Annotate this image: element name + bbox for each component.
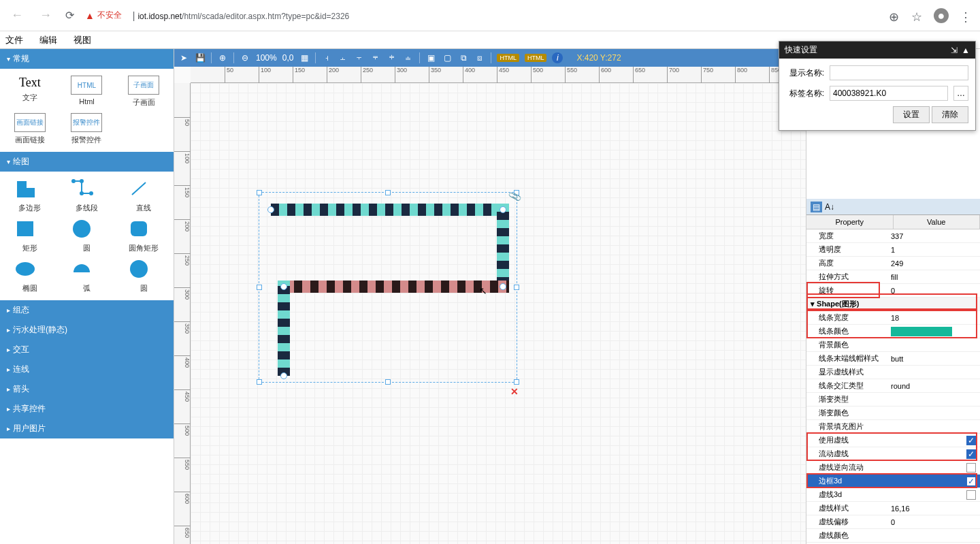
pointer-icon[interactable]: ➤ — [178, 52, 189, 63]
forward-button[interactable]: → — [37, 5, 54, 25]
node[interactable] — [500, 206, 506, 213]
accordion-interact[interactable]: 交互 — [0, 340, 174, 359]
svg-line-4 — [132, 182, 146, 195]
shape-arc[interactable]: 弧 — [60, 259, 114, 293]
menu-edit[interactable]: 编辑 — [39, 34, 57, 46]
align-middle-icon[interactable]: ⫩ — [387, 52, 397, 63]
prop-row[interactable]: 虚线颜色 — [806, 529, 980, 543]
accordion-shared[interactable]: 共享控件 — [0, 399, 174, 419]
menu-view[interactable]: 视图 — [74, 34, 91, 46]
html-badge2[interactable]: HTML — [525, 54, 547, 62]
ungroup-icon[interactable]: ⧇ — [474, 52, 485, 63]
tool-subscreen[interactable]: 子画面子画面 — [116, 76, 171, 108]
prop-row[interactable]: 高度249 — [806, 257, 980, 270]
shape-roundrect[interactable]: 圆角矩形 — [116, 219, 171, 253]
prop-row[interactable]: 虚线3d — [806, 488, 980, 502]
prop-row[interactable]: 虚线偏移0 — [806, 515, 980, 529]
quick-settings-panel[interactable]: 快速设置 ⇲▲ 显示名称: 标签名称: … 设置 清除 — [779, 41, 976, 131]
tool-text[interactable]: Text文字 — [3, 76, 57, 108]
svg-point-3 — [89, 191, 93, 195]
accordion-connect[interactable]: 连线 — [0, 359, 174, 379]
prop-row[interactable]: 虚线逆向流动 — [806, 461, 980, 475]
prop-row[interactable]: 拉伸方式fill — [806, 270, 980, 284]
prop-row[interactable]: 显示虚线样式 — [806, 366, 980, 379]
prop-row[interactable]: 线条交汇类型round — [806, 379, 980, 393]
shape-line[interactable]: 直线 — [116, 178, 171, 213]
prop-cat-icon[interactable]: ▤ — [811, 202, 822, 212]
align-bottom-icon[interactable]: ⫨ — [403, 52, 414, 63]
security-warning[interactable]: ▲ 不安全 — [85, 10, 122, 21]
accordion-sewage[interactable]: 污水处理(静态) — [0, 320, 174, 340]
html-badge[interactable]: HTML — [497, 54, 519, 62]
quick-settings-title[interactable]: 快速设置 ⇲▲ — [779, 42, 975, 59]
menu-icon[interactable]: ⋮ — [960, 10, 972, 22]
tool-html[interactable]: HTMLHtml — [60, 76, 114, 108]
accordion-draw[interactable]: 绘图 — [0, 152, 174, 172]
node[interactable] — [280, 372, 287, 379]
menu-file[interactable]: 文件 — [5, 34, 23, 46]
tag-name-input[interactable] — [830, 86, 948, 101]
shape-circle2[interactable]: 圆 — [116, 259, 171, 293]
zoom-icon[interactable]: ⊕ — [887, 10, 900, 22]
back-icon[interactable]: ▢ — [442, 52, 453, 63]
back-button[interactable]: ← — [8, 5, 26, 25]
reload-button[interactable]: ⟳ — [65, 9, 74, 22]
node[interactable] — [280, 283, 287, 290]
node[interactable] — [267, 206, 274, 213]
clear-button[interactable]: 清除 — [932, 106, 968, 123]
bookmark-icon[interactable]: ☆ — [911, 10, 923, 22]
prop-row[interactable]: 背景填充图片 — [806, 420, 980, 434]
prop-row[interactable]: 旋转0 — [806, 284, 980, 298]
browser-toolbar: ← → ⟳ ▲ 不安全 | iot.idosp.net/html/scada/e… — [0, 0, 980, 31]
prop-row[interactable]: ▾ Shape(图形) — [806, 298, 980, 311]
prop-row[interactable]: 宽度337 — [806, 229, 980, 243]
shape-rect[interactable]: 矩形 — [3, 219, 57, 253]
shape-polygon[interactable]: 多边形 — [3, 178, 57, 213]
shape-ellipse[interactable]: 椭圆 — [3, 259, 57, 293]
prop-row[interactable]: 线条宽度18 — [806, 311, 980, 325]
tool-screenlink[interactable]: 画面链接画面链接 — [3, 113, 57, 145]
zoomin-icon[interactable]: ⊕ — [217, 52, 228, 63]
delete-icon[interactable]: ✕ — [510, 386, 519, 397]
prop-columns: Property Value — [806, 215, 980, 229]
align-top-icon[interactable]: ⫧ — [370, 52, 381, 63]
accordion-userimg[interactable]: 用户图片 — [0, 419, 174, 438]
grid-icon[interactable]: ▦ — [299, 52, 310, 63]
address-bar[interactable]: | iot.idosp.net/html/scada/editor.aspx.h… — [133, 10, 877, 21]
align-center-icon[interactable]: ⫠ — [338, 52, 348, 63]
canvas[interactable]: 📎 ✕ ↖ — [191, 83, 806, 544]
expand-icon[interactable]: ▲ — [962, 46, 970, 55]
prop-row[interactable]: 背景颜色 — [806, 338, 980, 352]
set-button[interactable]: 设置 — [893, 106, 930, 123]
align-left-icon[interactable]: ⫞ — [321, 52, 332, 63]
collapse-icon[interactable]: ⇲ — [951, 46, 958, 55]
tool-alarm[interactable]: 报警控件报警控件 — [60, 113, 114, 145]
prop-row[interactable]: 边框3d✓ — [806, 475, 980, 488]
front-icon[interactable]: ▣ — [425, 52, 436, 63]
align-right-icon[interactable]: ⫟ — [354, 52, 365, 63]
zoomout-icon[interactable]: ⊖ — [240, 52, 250, 63]
node[interactable] — [500, 283, 506, 290]
info-icon[interactable]: i — [552, 52, 563, 63]
prop-row[interactable]: 渐变颜色 — [806, 406, 980, 420]
accordion-arrow[interactable]: 箭头 — [0, 379, 174, 399]
profile-icon[interactable]: ● — [934, 8, 949, 23]
canvas-scroll[interactable]: 5010015020025030035040045050055060065070… — [174, 67, 806, 544]
save-icon[interactable]: 💾 — [195, 52, 206, 63]
prop-row[interactable]: 透明度1 — [806, 243, 980, 257]
property-list[interactable]: 宽度337透明度1高度249拉伸方式fill旋转0▾ Shape(图形)线条宽度… — [806, 229, 980, 544]
prop-row[interactable]: 线条颜色 — [806, 325, 980, 338]
accordion-compose[interactable]: 组态 — [0, 300, 174, 320]
prop-row[interactable]: 线条末端线帽样式butt — [806, 352, 980, 366]
shape-circle[interactable]: 圆 — [60, 219, 114, 253]
display-name-input[interactable] — [830, 65, 968, 80]
accordion-general[interactable]: 常规 — [0, 49, 174, 69]
prop-row[interactable]: 虚线样式16,16 — [806, 502, 980, 515]
prop-row[interactable]: 渐变类型 — [806, 393, 980, 406]
tag-browse-button[interactable]: … — [953, 86, 968, 101]
group-icon[interactable]: ⧉ — [458, 52, 469, 63]
prop-az-icon[interactable]: A↓ — [825, 202, 834, 212]
shape-polyline[interactable]: 多线段 — [60, 178, 114, 213]
prop-row[interactable]: 流动虚线✓ — [806, 447, 980, 461]
prop-row[interactable]: 使用虚线✓ — [806, 434, 980, 447]
